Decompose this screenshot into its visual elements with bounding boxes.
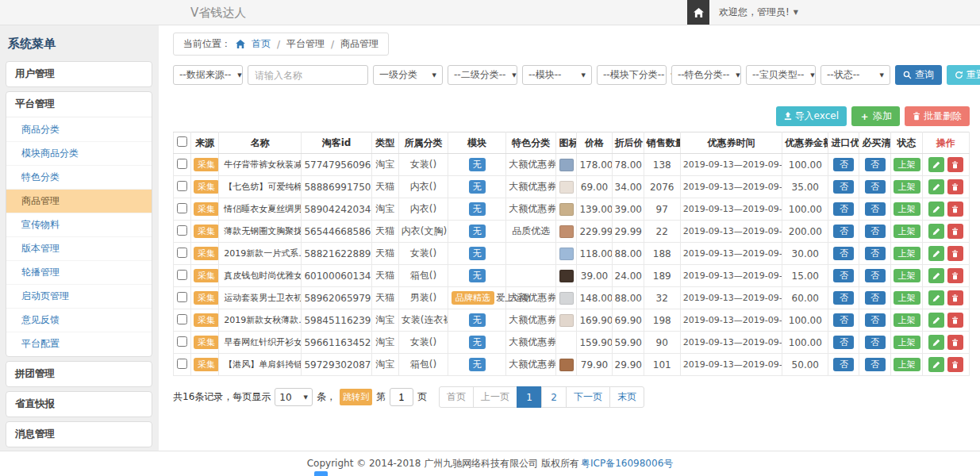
sidebar-subitem-goods-category[interactable]: 商品分类 (6, 118, 152, 142)
status-button[interactable]: 上架 (894, 336, 920, 349)
delete-button[interactable] (947, 335, 963, 350)
import-pick-toggle-button[interactable]: 否 (833, 313, 854, 327)
must-buy-toggle-button[interactable]: 否 (865, 291, 886, 305)
status-button[interactable]: 上架 (894, 313, 920, 327)
must-buy-toggle-button[interactable]: 否 (865, 202, 886, 216)
import-excel-button[interactable]: 导入excel (776, 106, 847, 126)
row-checkbox[interactable] (177, 225, 187, 236)
status-button[interactable]: 上架 (894, 291, 920, 305)
select-all-checkbox[interactable] (177, 136, 187, 147)
page-button-page-2[interactable]: 2 (541, 386, 567, 408)
row-checkbox[interactable] (177, 336, 187, 347)
sidebar-subitem-version-management[interactable]: 版本管理 (6, 237, 152, 261)
filter-select-level1-category[interactable]: 一级分类▼ (373, 65, 443, 85)
import-pick-toggle-button[interactable]: 否 (833, 202, 854, 216)
page-button-page-1[interactable]: 1 (517, 386, 542, 408)
row-checkbox[interactable] (177, 314, 187, 324)
must-buy-toggle-button[interactable]: 否 (865, 247, 886, 260)
import-pick-toggle-button[interactable]: 否 (833, 158, 854, 171)
status-button[interactable]: 上架 (894, 158, 920, 171)
status-button[interactable]: 上架 (894, 358, 920, 371)
filter-select-status[interactable]: --状态--▼ (821, 65, 890, 85)
status-button[interactable]: 上架 (894, 180, 920, 194)
row-checkbox[interactable] (177, 159, 187, 169)
must-buy-toggle-button[interactable]: 否 (865, 225, 886, 238)
sidebar-subitem-feature-category[interactable]: 特色分类 (6, 166, 152, 190)
name-search-input[interactable] (248, 65, 368, 85)
row-checkbox[interactable] (177, 359, 187, 369)
sidebar-subitem-promo-materials[interactable]: 宣传物料 (6, 213, 152, 237)
import-pick-toggle-button[interactable]: 否 (833, 180, 854, 194)
delete-button[interactable] (947, 224, 963, 239)
reset-button[interactable]: 重置 (947, 65, 980, 85)
delete-button[interactable] (947, 202, 963, 217)
filter-select-module[interactable]: --模块--▼ (522, 65, 592, 85)
sidebar-subitem-carousel-management[interactable]: 轮播管理 (6, 261, 152, 285)
status-button[interactable]: 上架 (894, 247, 920, 260)
import-pick-toggle-button[interactable]: 否 (833, 269, 854, 282)
page-size-select[interactable]: 10 ▼ (275, 388, 313, 406)
import-pick-toggle-button[interactable]: 否 (833, 336, 854, 349)
sidebar-item-express-news[interactable]: 省直快报 (6, 392, 152, 416)
jump-button[interactable]: 跳转到 (340, 389, 372, 405)
user-dropdown[interactable]: 欢迎您，管理员! ▼ (709, 6, 808, 19)
row-checkbox[interactable] (177, 292, 187, 302)
delete-button[interactable] (947, 313, 963, 328)
status-button[interactable]: 上架 (894, 269, 920, 282)
add-button[interactable]: ＋ 添加 (851, 106, 900, 126)
filter-select-item-type[interactable]: --宝贝类型--▼ (746, 65, 816, 85)
row-checkbox[interactable] (177, 270, 187, 280)
sidebar-subitem-platform-config[interactable]: 平台配置 (6, 332, 152, 355)
edit-button[interactable] (928, 290, 944, 305)
edit-button[interactable] (928, 246, 944, 261)
page-button-last[interactable]: 末页 (609, 386, 644, 408)
sidebar-subitem-feedback[interactable]: 意见反馈 (6, 309, 152, 332)
row-checkbox[interactable] (177, 203, 187, 213)
status-button[interactable]: 上架 (894, 225, 920, 238)
edit-button[interactable] (928, 179, 944, 194)
edit-button[interactable] (928, 335, 944, 350)
page-button-next[interactable]: 下一页 (566, 386, 610, 408)
delete-button[interactable] (947, 246, 963, 261)
must-buy-toggle-button[interactable]: 否 (865, 336, 886, 349)
edit-button[interactable] (928, 357, 944, 372)
sidebar-item-messages[interactable]: 消息管理 (6, 422, 152, 447)
must-buy-toggle-button[interactable]: 否 (865, 358, 886, 371)
filter-select-module-subcategory[interactable]: --模块下分类--▼ (597, 65, 667, 85)
status-button[interactable]: 上架 (894, 202, 920, 216)
row-checkbox[interactable] (177, 248, 187, 258)
search-button[interactable]: 查询 (895, 65, 942, 85)
import-pick-toggle-button[interactable]: 否 (833, 358, 854, 371)
delete-button[interactable] (947, 179, 963, 194)
import-pick-toggle-button[interactable]: 否 (833, 225, 854, 238)
filter-select-level2-category[interactable]: --二级分类--▼ (448, 65, 517, 85)
edit-button[interactable] (928, 224, 944, 239)
sidebar-subitem-module-goods-category[interactable]: 模块商品分类 (6, 142, 152, 166)
filter-select-data-source[interactable]: --数据来源--▼ (173, 65, 243, 85)
breadcrumb-item-platform[interactable]: 平台管理 (286, 37, 325, 51)
delete-button[interactable] (947, 157, 963, 172)
page-jump-input[interactable] (390, 388, 413, 406)
import-pick-toggle-button[interactable]: 否 (833, 247, 854, 260)
delete-button[interactable] (947, 268, 963, 283)
import-pick-toggle-button[interactable]: 否 (833, 291, 854, 305)
edit-button[interactable] (928, 268, 944, 283)
icp-link[interactable]: 粤ICP备16098006号 (581, 457, 673, 470)
sidebar-item-platform[interactable]: 平台管理 (6, 92, 152, 117)
delete-button[interactable] (947, 290, 963, 305)
breadcrumb-home-link[interactable]: 首页 (252, 37, 271, 51)
row-checkbox[interactable] (177, 181, 187, 191)
batch-delete-button[interactable]: 批量删除 (905, 106, 970, 126)
sidebar-subitem-splash-management[interactable]: 启动页管理 (6, 285, 152, 309)
edit-button[interactable] (928, 202, 944, 217)
must-buy-toggle-button[interactable]: 否 (865, 158, 886, 171)
edit-button[interactable] (928, 157, 944, 172)
must-buy-toggle-button[interactable]: 否 (865, 269, 886, 282)
home-button[interactable] (687, 0, 709, 25)
must-buy-toggle-button[interactable]: 否 (865, 313, 886, 327)
sidebar-subitem-goods-management[interactable]: 商品管理 (6, 190, 152, 213)
must-buy-toggle-button[interactable]: 否 (865, 180, 886, 194)
edit-button[interactable] (928, 313, 944, 328)
sidebar-item-users[interactable]: 用户管理 (6, 62, 152, 86)
delete-button[interactable] (947, 357, 963, 372)
